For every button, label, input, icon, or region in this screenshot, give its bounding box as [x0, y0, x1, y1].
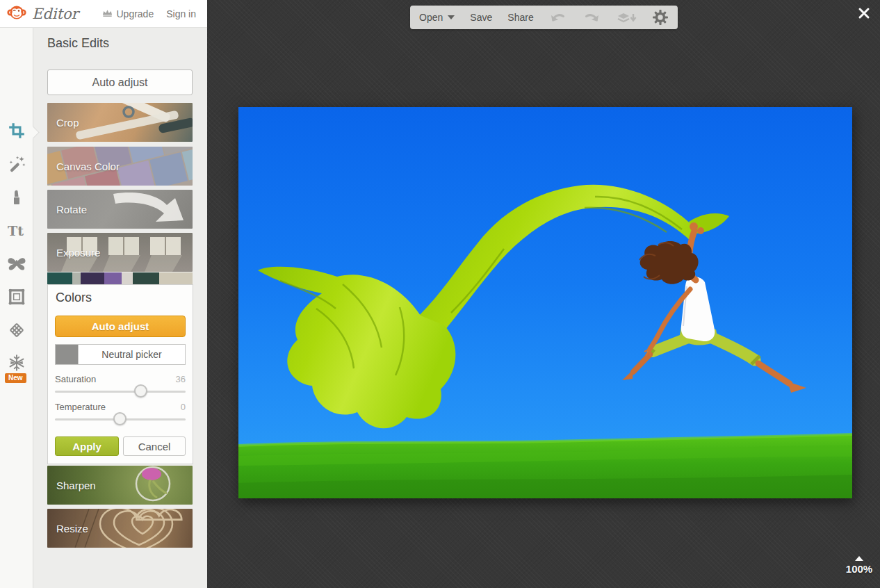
colors-panel: Colors Auto adjust Neutral picker Satura…	[47, 284, 193, 464]
share-button[interactable]: Share	[507, 12, 533, 23]
panel-title: Basic Edits	[47, 36, 109, 51]
butterfly-icon	[7, 255, 26, 275]
temperature-slider[interactable]	[55, 418, 186, 420]
flatten-layers-icon[interactable]	[616, 10, 637, 25]
zoom-control: 100%	[841, 556, 877, 575]
saturation-value: 36	[176, 374, 186, 384]
temperature-slider-thumb[interactable]	[113, 412, 127, 425]
colors-auto-adjust-button[interactable]: Auto adjust	[55, 316, 186, 337]
tile-label: Canvas Color	[56, 161, 120, 172]
tile-label: Resize	[56, 523, 88, 534]
chevron-down-icon	[448, 15, 455, 19]
sidebar-item-frames[interactable]	[0, 282, 33, 314]
upgrade-link[interactable]: Upgrade	[102, 8, 154, 19]
crop-icon	[8, 122, 26, 142]
menu-tile-crop[interactable]: Crop	[47, 103, 193, 142]
zoom-expand-icon[interactable]	[855, 556, 863, 561]
neutral-picker-label: Neutral picker	[79, 349, 185, 360]
menu-tile-resize[interactable]: Resize	[47, 509, 193, 548]
canvas-area: Open Save Share	[207, 0, 880, 588]
neutral-swatch	[56, 345, 79, 364]
lattice-icon	[8, 321, 26, 342]
open-label: Open	[419, 12, 443, 23]
menu-tile-exposure[interactable]: Exposure	[47, 233, 193, 272]
saturation-slider[interactable]	[55, 391, 186, 393]
share-label: Share	[507, 12, 533, 23]
temperature-label: Temperature	[55, 402, 106, 412]
temperature-value: 0	[181, 402, 186, 412]
monkey-icon[interactable]	[7, 3, 26, 24]
app-header: Editor Upgrade Sign in	[0, 0, 207, 28]
tool-strip: Tt	[0, 28, 33, 588]
close-icon[interactable]	[858, 7, 872, 21]
tile-label: Exposure	[56, 247, 100, 259]
zoom-level[interactable]: 100%	[841, 563, 877, 575]
lipstick-icon	[9, 188, 24, 209]
saturation-label: Saturation	[55, 374, 96, 384]
undo-icon[interactable]	[549, 10, 567, 25]
menu-tile-colors-collapsed[interactable]	[47, 272, 193, 284]
sidebar-item-overlays[interactable]	[0, 249, 33, 281]
signin-link[interactable]: Sign in	[166, 8, 196, 19]
magic-wand-icon	[8, 155, 26, 176]
brand-name: Editor	[32, 6, 79, 22]
colors-panel-title: Colors	[56, 291, 92, 305]
sidebar-item-textures[interactable]	[0, 316, 33, 348]
tile-label: Rotate	[56, 204, 87, 215]
save-label: Save	[470, 12, 492, 23]
signin-label: Sign in	[166, 8, 196, 19]
snowflake-icon	[8, 354, 26, 375]
redo-icon[interactable]	[582, 10, 601, 25]
new-badge: New	[5, 373, 26, 383]
svg-text:Tt: Tt	[8, 223, 24, 238]
neutral-picker-button[interactable]: Neutral picker	[55, 344, 186, 365]
grass	[238, 434, 852, 498]
crown-icon	[102, 8, 113, 19]
cancel-button[interactable]: Cancel	[123, 436, 186, 456]
sidebar-item-text[interactable]: Tt	[0, 216, 33, 248]
frame-icon	[8, 288, 26, 309]
sidebar-item-touch-up[interactable]	[0, 183, 33, 215]
text-icon: Tt	[6, 222, 27, 243]
open-button[interactable]: Open	[419, 12, 455, 23]
apply-button[interactable]: Apply	[55, 436, 119, 456]
sidebar-item-themes[interactable]: New	[0, 348, 33, 380]
sidebar-item-effects[interactable]	[0, 149, 33, 181]
saturation-slider-thumb[interactable]	[134, 384, 147, 398]
tile-label: Sharpen	[56, 480, 96, 491]
settings-gear-icon[interactable]	[652, 9, 669, 26]
photo-canvas[interactable]	[238, 107, 852, 498]
menu-tile-rotate[interactable]: Rotate	[47, 190, 193, 229]
edit-panel: Basic Edits Auto adjust Crop	[33, 28, 207, 588]
save-button[interactable]: Save	[470, 12, 492, 23]
tile-label: Crop	[56, 117, 79, 129]
canvas-toolbar: Open Save Share	[410, 6, 678, 29]
auto-adjust-button[interactable]: Auto adjust	[47, 70, 193, 95]
menu-tile-canvas-color[interactable]: Canvas Color	[47, 147, 193, 186]
upgrade-label: Upgrade	[116, 8, 154, 19]
menu-tile-sharpen[interactable]: Sharpen	[47, 466, 193, 505]
